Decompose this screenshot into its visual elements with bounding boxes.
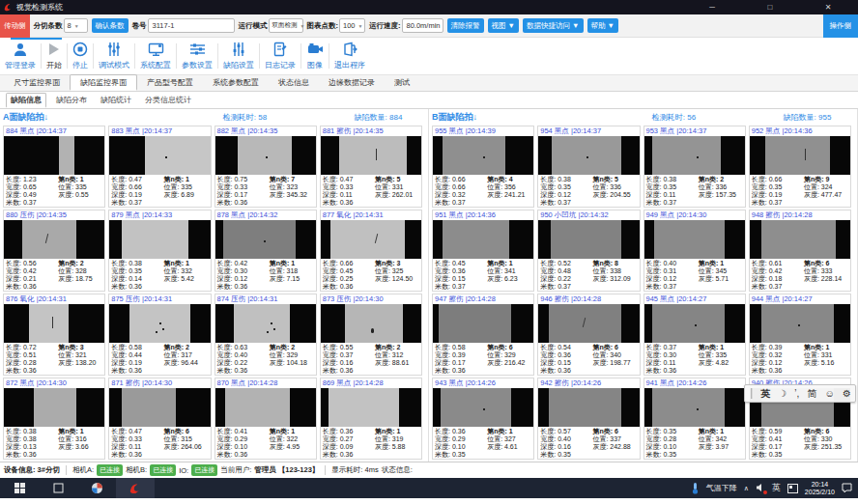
data-quick-access-button[interactable]: 数据快捷访问 ▼	[523, 18, 584, 33]
tab-status-info[interactable]: 状态信息	[269, 74, 319, 91]
operator-side-button[interactable]: 操作侧	[823, 14, 858, 38]
defect-cell[interactable]: 945 黑点 |20:14:27 长度: 0.37 宽度: 0.30 深度: 0…	[644, 294, 746, 376]
tab-size-monitor[interactable]: 尺寸监控界面	[4, 74, 70, 91]
defect-cell[interactable]: 948 擦伤 |20:14:28 长度: 0.61 宽度: 0.42 深度: 0…	[749, 210, 851, 292]
close-button[interactable]: ✕	[814, 0, 843, 14]
clear-alarm-button[interactable]: 清除报警	[447, 18, 484, 33]
defect-cell[interactable]: 943 黑点 |20:14:26 长度: 0.36 宽度: 0.29 深度: 0…	[432, 378, 534, 460]
defect-image	[433, 304, 533, 343]
ime-lang-button[interactable]: 英	[760, 387, 770, 401]
defect-info: 长度: 0.58 宽度: 0.39 深度: 0.17 米数: 0.36 第n类:…	[433, 343, 533, 375]
defect-cell[interactable]: 877 氧化 |20:14:31 长度: 0.66 宽度: 0.45 深度: 0…	[320, 210, 422, 292]
strip-count-select[interactable]: 8▼	[64, 18, 88, 33]
admin-login-button[interactable]: 管理登录	[0, 38, 41, 74]
roll-input[interactable]: 3117-1	[148, 18, 235, 33]
stop-button[interactable]: 停止	[68, 38, 93, 74]
task-view-button[interactable]	[39, 478, 77, 498]
volume-icon[interactable]	[756, 483, 765, 494]
defect-cell[interactable]: 947 擦伤 |20:14:28 长度: 0.58 宽度: 0.39 深度: 0…	[432, 294, 534, 376]
subtab-defect-info[interactable]: 缺陷信息	[6, 93, 46, 108]
ime-drag-handle[interactable]	[751, 388, 753, 399]
defect-cell[interactable]: 950 小凹坑 |20:14:32 长度: 0.52 宽度: 0.48 深度: …	[537, 210, 640, 292]
defect-cell-header: 941 黑点 |20:14:26	[644, 378, 745, 388]
defect-cell[interactable]: 942 擦伤 |20:14:26 长度: 0.57 宽度: 0.40 深度: 0…	[537, 378, 640, 460]
defect-cell[interactable]: 884 黑点 |20:14:37 长度: 1.23 宽度: 0.65 深度: 0…	[3, 126, 105, 208]
drive-side-button[interactable]: 传动侧	[0, 14, 30, 38]
defect-cell[interactable]: 951 黑点 |20:14:36 长度: 0.45 宽度: 0.36 深度: 0…	[432, 210, 534, 292]
tab-defect-monitor[interactable]: 缺陷监控界面	[70, 74, 137, 91]
defect-image	[4, 388, 104, 427]
defect-info: 长度: 0.61 宽度: 0.42 深度: 0.18 米数: 0.37 第n类:…	[750, 259, 850, 291]
start-button[interactable]: 开始	[42, 38, 67, 74]
ime-fullhalf-button[interactable]: ☽	[778, 388, 786, 399]
defect-image	[4, 136, 104, 175]
defect-cell[interactable]: 883 黑点 |20:14:37 长度: 0.47 宽度: 0.66 深度: 0…	[108, 126, 211, 208]
view-menu-button[interactable]: 视图 ▼	[488, 18, 520, 33]
defect-cell[interactable]: 871 擦伤 |20:14:30 长度: 0.47 宽度: 0.33 深度: 0…	[108, 378, 211, 460]
tab-edge-data-record[interactable]: 边缘数据记录	[319, 74, 385, 91]
param-settings-button[interactable]: 参数设置	[177, 38, 217, 74]
ime-emoji-button[interactable]: ☺	[825, 388, 835, 399]
help-menu-button[interactable]: 帮助 ▼	[587, 18, 619, 33]
subtab-class-info-statistics[interactable]: 分类信息统计	[141, 93, 195, 108]
subtab-defect-distribution[interactable]: 缺陷分布	[52, 93, 91, 108]
defect-cell[interactable]: 875 压伤 |20:14:31 长度: 0.58 宽度: 0.44 深度: 0…	[108, 294, 211, 376]
taskbar-app-browser[interactable]	[77, 478, 116, 498]
tab-product-model-config[interactable]: 产品型号配置	[137, 74, 203, 91]
minimize-button[interactable]: ─	[698, 0, 727, 14]
defect-cell[interactable]: 944 黑点 |20:14:27 长度: 0.39 宽度: 0.32 深度: 0…	[749, 294, 851, 376]
debug-mode-button[interactable]: 调试模式	[94, 38, 134, 74]
defect-cell[interactable]: 949 黑点 |20:14:30 长度: 0.40 宽度: 0.31 深度: 0…	[644, 210, 746, 292]
defect-cell[interactable]: 881 擦伤 |20:14:35 长度: 0.47 宽度: 0.33 深度: 0…	[320, 126, 422, 208]
defect-cell-header: 869 黑点 |20:14:28	[321, 378, 421, 388]
chevron-down-icon: ▼	[358, 23, 363, 29]
tray-expand-chevron[interactable]: ∧	[744, 485, 749, 492]
image-button[interactable]: 图像	[301, 38, 329, 74]
defect-cell[interactable]: 952 黑点 |20:14:36 长度: 0.66 宽度: 0.35 深度: 0…	[749, 126, 851, 208]
defect-cell[interactable]: 946 擦伤 |20:14:28 长度: 0.54 宽度: 0.36 深度: 0…	[537, 294, 640, 376]
user-icon	[13, 41, 28, 58]
maximize-button[interactable]: □	[756, 0, 785, 14]
defect-cell[interactable]: 873 压伤 |20:14:30 长度: 0.55 宽度: 0.37 深度: 0…	[320, 294, 422, 376]
weather-text[interactable]: 气温下降	[706, 483, 737, 493]
defect-settings-button[interactable]: 缺陷设置	[218, 38, 259, 74]
ime-icon[interactable]	[787, 484, 798, 493]
exit-program-button[interactable]: 退出程序	[329, 38, 370, 74]
confirm-strips-button[interactable]: 确认条数	[92, 18, 129, 33]
start-button[interactable]	[0, 478, 39, 498]
defect-cell[interactable]: 874 压伤 |20:14:31 长度: 0.63 宽度: 0.40 深度: 0…	[214, 294, 317, 376]
ime-punct-button[interactable]: ’,	[794, 388, 799, 399]
tab-test[interactable]: 测试	[385, 74, 419, 91]
defect-cell[interactable]: 870 黑点 |20:14:28 长度: 0.41 宽度: 0.29 深度: 0…	[214, 378, 317, 460]
chart-points-select[interactable]: 100▼	[339, 18, 365, 33]
defect-cell[interactable]: 872 黑点 |20:14:30 长度: 0.38 宽度: 0.38 深度: 0…	[3, 378, 105, 460]
defect-cell[interactable]: 953 黑点 |20:14:37 长度: 0.38 宽度: 0.35 深度: 0…	[644, 126, 746, 208]
ime-settings-button[interactable]: ⚙	[843, 388, 851, 399]
defect-cell[interactable]: 869 黑点 |20:14:28 长度: 0.36 宽度: 0.27 深度: 0…	[320, 378, 422, 460]
subtab-defect-statistics[interactable]: 缺陷统计	[97, 93, 135, 108]
panel-b-grid: 955 黑点 |20:14:39 长度: 0.66 宽度: 0.66 深度: 0…	[432, 126, 855, 461]
defect-cell[interactable]: 882 黑点 |20:14:35 长度: 0.75 宽度: 0.33 深度: 0…	[214, 126, 317, 208]
defect-cell[interactable]: 878 黑点 |20:14:32 长度: 0.42 宽度: 0.30 深度: 0…	[214, 210, 317, 292]
defect-mark	[583, 318, 586, 327]
defect-info: 长度: 0.47 宽度: 0.66 深度: 0.19 米数: 0.37 第n类:…	[109, 175, 210, 207]
run-mode-select[interactable]: 双面检测▼	[269, 18, 303, 33]
defect-cell[interactable]: 954 黑点 |20:14:37 长度: 0.38 宽度: 0.35 深度: 0…	[537, 126, 640, 208]
defect-cell-header: 875 压伤 |20:14:31	[109, 294, 210, 304]
ime-simplified-button[interactable]: 简	[807, 387, 816, 401]
taskbar-clock[interactable]: 20:142025/2/10	[805, 481, 835, 496]
system-config-button[interactable]: 系统配置	[135, 38, 176, 74]
defect-cell[interactable]: 876 氧化 |20:14:31 长度: 0.72 宽度: 0.51 深度: 0…	[3, 294, 105, 376]
defect-cell[interactable]: 879 黑点 |20:14:33 长度: 0.38 宽度: 0.35 深度: 0…	[108, 210, 211, 292]
defect-cell[interactable]: 955 黑点 |20:14:39 长度: 0.66 宽度: 0.66 深度: 0…	[432, 126, 534, 208]
ime-toolbar[interactable]: 英 ☽ ’, 简 ☺ ⚙	[744, 384, 856, 403]
defect-cell[interactable]: 941 黑点 |20:14:26 长度: 0.35 宽度: 0.28 深度: 0…	[644, 378, 746, 460]
log-record-button[interactable]: 日志记录	[260, 38, 300, 74]
app-logo-icon	[4, 3, 13, 12]
tab-system-param-config[interactable]: 系统参数配置	[203, 74, 269, 91]
taskbar-app-inspection[interactable]	[116, 478, 155, 498]
action-center-icon[interactable]	[842, 483, 852, 493]
defect-info: 长度: 0.36 宽度: 0.29 深度: 0.10 米数: 0.35 第n类:…	[433, 427, 533, 459]
language-indicator[interactable]: 英	[772, 482, 781, 494]
defect-cell[interactable]: 880 压伤 |20:14:35 长度: 0.56 宽度: 0.42 深度: 0…	[3, 210, 105, 292]
